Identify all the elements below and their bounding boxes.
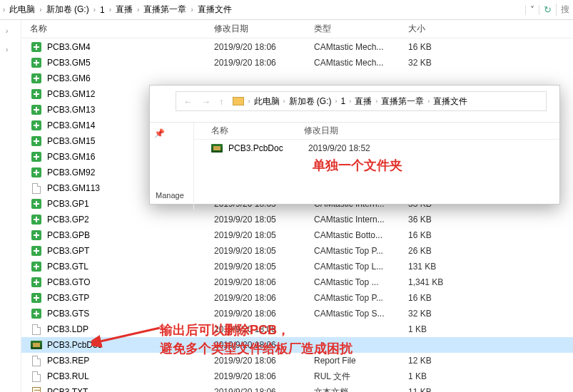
file-date: 2019/9/20 18:06	[214, 309, 314, 319]
file-size: 11 KB	[408, 387, 465, 392]
file-row[interactable]: PCB3.TXT2019/9/20 18:06文本文档11 KB	[21, 384, 573, 392]
nav-up-icon[interactable]: ↑	[215, 96, 228, 107]
popup-col-date[interactable]: 修改日期	[304, 125, 338, 137]
file-row[interactable]: PCB3.GM6	[21, 71, 573, 86]
col-date[interactable]: 修改日期	[214, 23, 314, 35]
file-type-icon	[30, 73, 43, 84]
popup-col-name[interactable]: 名称	[211, 125, 304, 137]
file-type: CAMtastic Top L...	[314, 262, 408, 272]
file-size: 1 KB	[408, 371, 465, 381]
file-size: 32 KB	[408, 58, 465, 68]
file-name: PCB3.GM6	[47, 73, 214, 83]
file-row[interactable]: PCB3.RUL2019/9/20 18:06RUL 文件1 KB	[21, 368, 573, 384]
file-size: 16 KB	[408, 230, 465, 240]
file-type-icon	[30, 324, 43, 335]
col-name[interactable]: 名称	[30, 23, 214, 35]
file-type: RUL 文件	[314, 371, 408, 383]
chevron-down-icon[interactable]: ˅	[525, 5, 539, 15]
file-name: PCB3.GTL	[47, 262, 214, 272]
annotation-single-folder: 单独一个文件夹	[313, 157, 402, 174]
file-size: 16 KB	[408, 293, 465, 303]
file-row[interactable]: PCB3.GM52019/9/20 18:06CAMtastic Mech...…	[21, 55, 573, 71]
popup-crumb-4[interactable]: 直播第一章	[377, 96, 427, 108]
file-row[interactable]: PCB3.GPT2019/9/20 18:05CAMtastic Top P..…	[21, 243, 573, 259]
pcb-file-icon	[211, 143, 224, 153]
file-name: PCB3.GTO	[47, 277, 214, 287]
file-type-icon	[30, 198, 43, 210]
file-row[interactable]: PCB3.GTO2019/9/20 18:06CAMtastic Top ...…	[21, 274, 573, 290]
file-date: 2019/9/20 18:06	[214, 277, 314, 287]
svg-line-0	[97, 328, 160, 342]
chevron-right-icon[interactable]: ›	[6, 27, 8, 35]
pin-icon[interactable]: 📌	[154, 128, 189, 138]
file-type-icon	[30, 229, 43, 241]
file-type: 文本文档	[314, 386, 408, 393]
file-type-icon	[30, 104, 43, 115]
file-name: PCB3.GTS	[47, 309, 214, 319]
file-type-icon	[30, 182, 43, 194]
crumb-2[interactable]: 1	[96, 5, 109, 15]
file-name: PCB3.GPB	[47, 230, 214, 240]
crumb-5[interactable]: 直播文件	[193, 4, 236, 16]
crumb-1[interactable]: 新加卷 (G:)	[42, 4, 93, 16]
popup-window: ← → ↑ › 此电脑 › 新加卷 (G:) › 1 › 直播 › 直播第一章 …	[149, 85, 560, 205]
crumb-4[interactable]: 直播第一章	[139, 4, 191, 16]
file-row[interactable]: PCB3.GTP2019/9/20 18:06CAMtastic Top P..…	[21, 290, 573, 306]
file-date: 2019/9/20 18:06	[214, 58, 314, 68]
crumb-0[interactable]: 此电脑	[5, 4, 39, 16]
file-size: 131 KB	[408, 262, 465, 272]
file-type: CAMtastic Top ...	[314, 277, 408, 287]
col-type[interactable]: 类型	[314, 23, 408, 35]
popup-crumb-2[interactable]: 1	[338, 96, 350, 106]
file-name: PCB3.GM4	[47, 42, 214, 52]
file-type-icon	[30, 88, 43, 100]
annotation-delete-pcb: 输出后可以删除PCB， 避免多个类型文件给板厂造成困扰	[160, 321, 353, 358]
file-size: 36 KB	[408, 215, 465, 225]
column-headers[interactable]: 名称 修改日期 类型 大小	[21, 20, 573, 38]
refresh-icon[interactable]: ↻	[539, 4, 556, 15]
file-type-icon	[30, 214, 43, 225]
popup-breadcrumb[interactable]: ← → ↑ › 此电脑 › 新加卷 (G:) › 1 › 直播 › 直播第一章 …	[176, 91, 547, 111]
file-date: 2019/9/20 18:06	[214, 387, 314, 392]
file-name: PCB3.GP2	[47, 215, 214, 225]
file-type: CAMtastic Mech...	[314, 58, 408, 68]
search-input[interactable]: 搜	[556, 4, 570, 16]
popup-crumb-0[interactable]: 此电脑	[250, 96, 283, 108]
file-row[interactable]: PCB3.GM42019/9/20 18:06CAMtastic Mech...…	[21, 39, 573, 55]
file-date: 2019/9/20 18:05	[214, 246, 314, 256]
nav-sidebar[interactable]: › ›	[0, 20, 21, 392]
nav-forward-icon[interactable]: →	[197, 96, 215, 107]
popup-header: ← → ↑ › 此电脑 › 新加卷 (G:) › 1 › 直播 › 直播第一章 …	[150, 91, 559, 123]
col-size[interactable]: 大小	[408, 23, 465, 35]
file-size: 16 KB	[408, 42, 465, 52]
file-row[interactable]: PCB3.GTL2019/9/20 18:05CAMtastic Top L..…	[21, 259, 573, 274]
file-name: PCB3.TXT	[47, 387, 214, 392]
arrow-icon	[91, 318, 163, 349]
file-type: CAMtastic Top P...	[314, 293, 408, 303]
popup-crumb-5[interactable]: 直播文件	[430, 96, 471, 108]
popup-columns[interactable]: 名称 修改日期	[194, 123, 559, 140]
file-type-icon	[30, 135, 43, 147]
annotation-line1: 输出后可以删除PCB，	[160, 321, 353, 339]
nav-back-icon[interactable]: ←	[179, 96, 197, 107]
file-size: 32 KB	[408, 309, 465, 319]
popup-manage: Manage	[156, 191, 184, 200]
chevron-right-icon[interactable]: ›	[6, 46, 8, 53]
file-type: CAMtastic Intern...	[314, 215, 408, 225]
file-row[interactable]: PCB3.GPB2019/9/20 18:05CAMtastic Botto..…	[21, 227, 573, 243]
file-type: CAMtastic Top S...	[314, 309, 408, 319]
file-date: 2019/9/20 18:06	[214, 293, 314, 303]
popup-crumb-1[interactable]: 新加卷 (G:)	[285, 96, 335, 108]
file-type-icon	[30, 120, 43, 131]
file-row[interactable]: PCB3.GP22019/9/20 18:05CAMtastic Intern.…	[21, 212, 573, 227]
file-name: PCB3.GM5	[47, 58, 214, 68]
file-type-icon	[30, 339, 43, 351]
file-type-icon	[30, 371, 43, 382]
popup-file-row[interactable]: PCB3.PcbDoc 2019/9/20 18:52	[194, 140, 559, 157]
file-type-icon	[30, 151, 43, 163]
file-type-icon	[30, 57, 43, 68]
file-name: PCB3.GTP	[47, 293, 214, 303]
popup-crumb-3[interactable]: 直播	[351, 96, 375, 108]
crumb-3[interactable]: 直播	[111, 4, 137, 16]
breadcrumb[interactable]: › 此电脑 › 新加卷 (G:) › 1 › 直播 › 直播第一章 › 直播文件…	[0, 0, 573, 20]
